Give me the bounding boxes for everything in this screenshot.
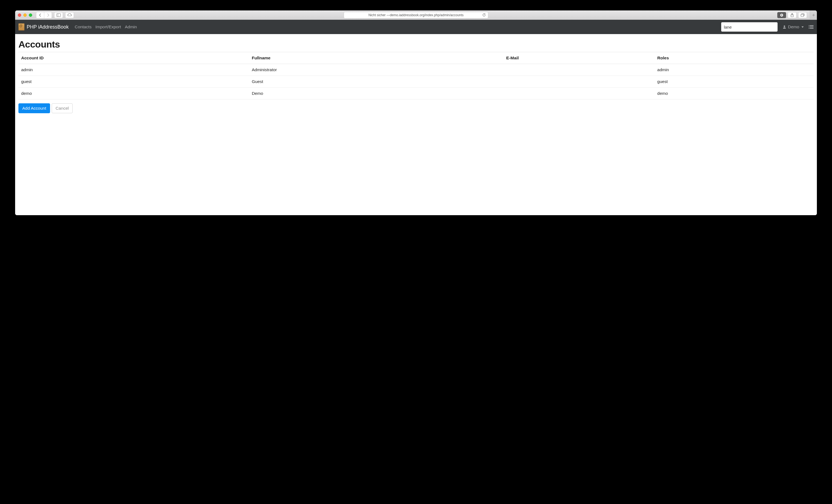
address-bar-wrap: Nicht sicher — demo.iaddressbook.org/ind…: [344, 12, 488, 19]
reload-icon[interactable]: [482, 13, 486, 17]
window-minimize-button[interactable]: [23, 14, 27, 17]
accounts-table: Account ID Fullname E-Mail Roles admin A…: [19, 52, 813, 100]
svg-rect-5: [801, 14, 804, 17]
window-close-button[interactable]: [18, 14, 21, 17]
share-button[interactable]: [788, 12, 797, 18]
add-account-button[interactable]: Add Account: [19, 103, 50, 113]
app-navbar: PHP iAddressBook Contacts Import/Export …: [15, 20, 817, 34]
address-bar-prefix: Nicht sicher —: [368, 13, 390, 17]
table-row[interactable]: guest Guest guest: [19, 76, 813, 88]
cell-email: [503, 76, 654, 88]
button-row: Add Account Cancel: [19, 103, 813, 113]
th-fullname: Fullname: [249, 52, 503, 64]
cell-fullname: Administrator: [249, 64, 503, 76]
icloud-tabs-button[interactable]: [65, 12, 74, 18]
table-row[interactable]: admin Administrator admin: [19, 64, 813, 76]
page-title: Accounts: [19, 39, 813, 50]
brand-title: PHP iAddressBook: [27, 24, 69, 30]
th-email: E-Mail: [503, 52, 654, 64]
table-header-row: Account ID Fullname E-Mail Roles: [19, 52, 813, 64]
address-bar[interactable]: Nicht sicher — demo.iaddressbook.org/ind…: [344, 12, 488, 19]
cell-roles: demo: [655, 88, 813, 100]
traffic-lights: [18, 14, 32, 17]
th-roles: Roles: [655, 52, 813, 64]
cell-email: [503, 88, 654, 100]
page-content: Accounts Account ID Fullname E-Mail Role…: [15, 34, 817, 215]
chrome-right: [777, 10, 814, 20]
sidebar-toggle-button[interactable]: [54, 12, 63, 18]
downloads-button[interactable]: [777, 12, 786, 18]
brand-icon: [19, 23, 24, 30]
address-bar-url: demo.iaddressbook.org/index.php/admin/ac…: [390, 13, 464, 17]
cell-fullname: Guest: [249, 76, 503, 88]
search-input[interactable]: [721, 22, 778, 32]
browser-window: Nicht sicher — demo.iaddressbook.org/ind…: [15, 10, 817, 215]
nav-right: Demo: [721, 22, 813, 32]
nav-admin[interactable]: Admin: [125, 24, 137, 29]
user-menu[interactable]: Demo: [782, 24, 804, 29]
tabs-button[interactable]: [798, 12, 807, 18]
back-button[interactable]: [36, 12, 44, 18]
new-tab-button[interactable]: [810, 10, 817, 20]
cell-email: [503, 64, 654, 76]
th-account-id: Account ID: [19, 52, 249, 64]
cell-roles: guest: [655, 76, 813, 88]
brand[interactable]: PHP iAddressBook: [19, 23, 69, 30]
nav-back-forward: [36, 12, 52, 19]
cell-account-id: guest: [19, 76, 249, 88]
forward-button[interactable]: [44, 12, 52, 18]
svg-rect-0: [57, 14, 61, 17]
cancel-button[interactable]: Cancel: [52, 103, 73, 113]
user-icon: [782, 25, 786, 29]
window-maximize-button[interactable]: [29, 14, 32, 17]
browser-chrome: Nicht sicher — demo.iaddressbook.org/ind…: [15, 10, 817, 20]
cell-account-id: demo: [19, 88, 249, 100]
user-name: Demo: [788, 24, 799, 29]
chevron-down-icon: [802, 26, 804, 28]
nav-import-export[interactable]: Import/Export: [96, 24, 121, 29]
cell-roles: admin: [655, 64, 813, 76]
list-view-icon[interactable]: [809, 25, 813, 29]
svg-point-6: [784, 26, 785, 27]
table-row[interactable]: demo Demo demo: [19, 88, 813, 100]
nav-contacts[interactable]: Contacts: [75, 24, 92, 29]
cell-fullname: Demo: [249, 88, 503, 100]
cell-account-id: admin: [19, 64, 249, 76]
